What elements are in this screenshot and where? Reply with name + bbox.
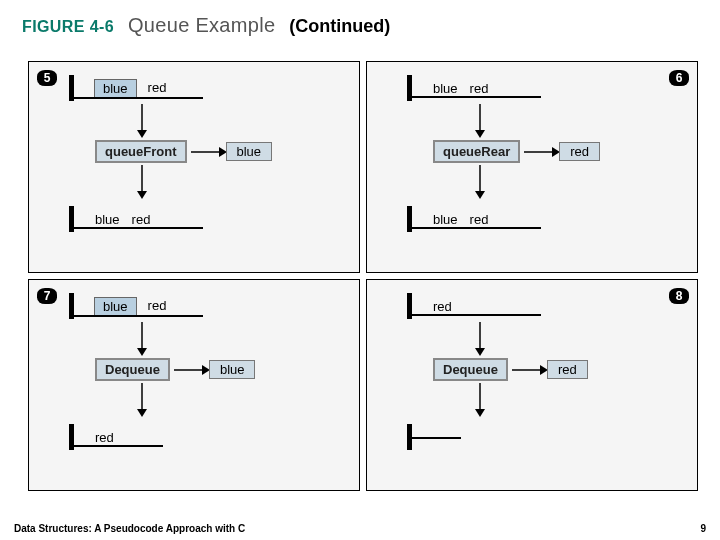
queue-before: blue red <box>407 72 691 100</box>
svg-marker-13 <box>137 348 147 356</box>
svg-marker-11 <box>475 191 485 199</box>
panel-5: 5 blue red queueFront blue <box>28 61 360 273</box>
arrow-down-icon <box>473 383 487 417</box>
arrow-right-icon <box>191 145 227 159</box>
queue-before: blue red <box>69 72 353 100</box>
queue-underline <box>411 314 541 316</box>
operation-row: queueFront blue <box>97 142 353 161</box>
queue-underline <box>73 445 163 447</box>
svg-marker-9 <box>552 147 560 157</box>
arrow-down-icon <box>135 383 149 417</box>
operation-row: Dequeue blue <box>97 360 353 379</box>
svg-marker-19 <box>475 348 485 356</box>
panel-8: 8 red Dequeue red <box>366 279 698 491</box>
panels-grid: 5 blue red queueFront blue <box>28 61 698 491</box>
svg-marker-5 <box>137 191 147 199</box>
operation-box: Dequeue <box>97 360 168 379</box>
queue-slot: red <box>433 299 452 314</box>
operation-box: Dequeue <box>435 360 506 379</box>
step-badge: 6 <box>669 70 689 86</box>
queue-before: red <box>407 290 691 318</box>
queue-slot: blue <box>95 212 120 227</box>
queue-after: blue red <box>407 203 691 231</box>
operation-box: queueRear <box>435 142 518 161</box>
page-number: 9 <box>700 523 706 534</box>
queue-underline <box>411 437 461 439</box>
operation-box: queueFront <box>97 142 185 161</box>
svg-marker-1 <box>137 130 147 138</box>
queue-slot: blue <box>95 298 136 315</box>
step-badge: 5 <box>37 70 57 86</box>
queue-slot: red <box>148 80 167 97</box>
arrow-right-icon <box>512 363 548 377</box>
operation-row: Dequeue red <box>435 360 691 379</box>
output-value: blue <box>210 361 255 378</box>
output-value: blue <box>227 143 272 160</box>
arrow-right-icon <box>524 145 560 159</box>
arrow-down-icon <box>135 322 149 356</box>
queue-underline <box>73 315 203 317</box>
svg-marker-7 <box>475 130 485 138</box>
svg-marker-15 <box>202 365 210 375</box>
arrow-down-icon <box>473 165 487 199</box>
queue-after: red <box>69 421 353 449</box>
queue-underline <box>411 227 541 229</box>
queue-slot: red <box>132 212 151 227</box>
page-footer: Data Structures: A Pseudocode Approach w… <box>14 523 706 534</box>
queue-slot: blue <box>433 81 458 96</box>
queue-slot: red <box>470 212 489 227</box>
arrow-down-icon <box>135 104 149 138</box>
figure-title: Queue Example <box>128 14 275 37</box>
queue-slot: blue <box>95 80 136 97</box>
output-value: red <box>548 361 587 378</box>
arrow-right-icon <box>174 363 210 377</box>
book-title: Data Structures: A Pseudocode Approach w… <box>14 523 245 534</box>
panel-7: 7 blue red Dequeue blue <box>28 279 360 491</box>
queue-underline <box>411 96 541 98</box>
queue-slot: red <box>148 298 167 315</box>
queue-before: blue red <box>69 290 353 318</box>
arrow-down-icon <box>473 322 487 356</box>
step-badge: 7 <box>37 288 57 304</box>
svg-marker-17 <box>137 409 147 417</box>
queue-after <box>407 421 691 449</box>
svg-marker-21 <box>540 365 548 375</box>
figure-header: FIGURE 4-6 Queue Example (Continued) <box>0 0 720 43</box>
svg-marker-23 <box>475 409 485 417</box>
arrow-down-icon <box>473 104 487 138</box>
operation-row: queueRear red <box>435 142 691 161</box>
queue-underline <box>73 97 203 99</box>
queue-slot: blue <box>433 212 458 227</box>
step-badge: 8 <box>669 288 689 304</box>
svg-marker-3 <box>219 147 227 157</box>
output-value: red <box>560 143 599 160</box>
figure-continued: (Continued) <box>289 16 390 37</box>
queue-slot: red <box>470 81 489 96</box>
queue-slot: red <box>95 430 114 445</box>
figure-label: FIGURE 4-6 <box>22 18 114 36</box>
panel-6: 6 blue red queueRear red <box>366 61 698 273</box>
queue-after: blue red <box>69 203 353 231</box>
queue-underline <box>73 227 203 229</box>
arrow-down-icon <box>135 165 149 199</box>
